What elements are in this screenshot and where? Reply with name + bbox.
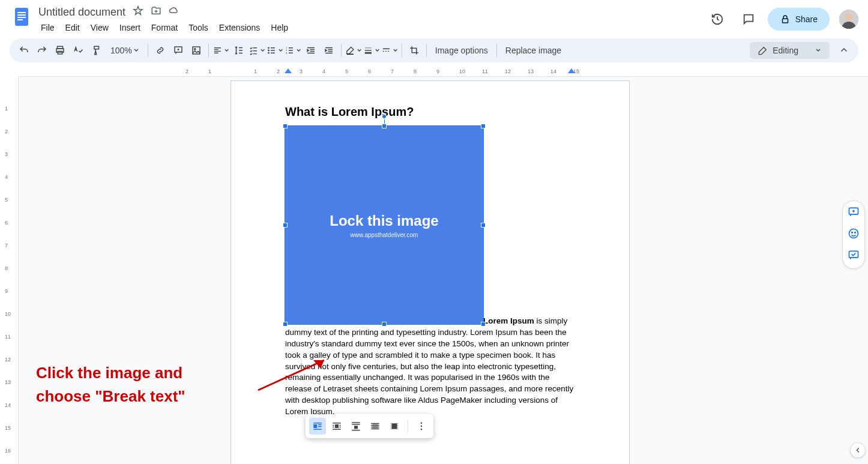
star-icon[interactable] [133, 5, 143, 19]
align-dropdown[interactable] [212, 42, 229, 59]
menu-extensions[interactable]: Extensions [214, 20, 265, 35]
svg-rect-36 [352, 430, 360, 431]
svg-point-13 [194, 49, 195, 50]
paint-format-button[interactable] [88, 42, 104, 59]
menu-file[interactable]: File [36, 20, 59, 35]
pencil-icon [758, 46, 768, 55]
break-text-button[interactable] [348, 418, 364, 435]
svg-rect-37 [373, 424, 378, 429]
svg-rect-12 [193, 47, 200, 54]
menu-edit[interactable]: Edit [61, 20, 85, 35]
numbered-list-dropdown[interactable]: 123 [285, 42, 301, 59]
resize-handle-tm[interactable] [382, 124, 387, 128]
svg-rect-20 [347, 54, 354, 55]
resize-handle-bm[interactable] [382, 322, 387, 327]
increase-indent-button[interactable] [321, 42, 337, 59]
svg-rect-32 [333, 429, 341, 430]
image-options-button[interactable]: Image options [430, 43, 493, 58]
suggest-edits-button[interactable] [848, 249, 860, 264]
add-emoji-button[interactable] [848, 227, 860, 242]
title-area: Untitled document File Edit View Insert … [36, 5, 705, 35]
border-dash-dropdown[interactable] [381, 42, 398, 59]
vertical-ruler[interactable]: 12345678910111213141516 [0, 77, 19, 464]
decrease-indent-button[interactable] [303, 42, 319, 59]
menu-format[interactable]: Format [146, 20, 182, 35]
resize-handle-tr[interactable] [481, 124, 486, 128]
insert-comment-button[interactable] [170, 42, 187, 59]
resize-handle-bl[interactable] [283, 322, 288, 327]
svg-point-52 [852, 232, 853, 234]
svg-point-53 [855, 232, 856, 234]
insert-image-button[interactable] [188, 42, 205, 59]
document-page[interactable]: What is Lorem Ipsum? Lock this image www… [231, 80, 630, 464]
body-paragraph[interactable]: Lorem Ipsum is simply dummy text of the … [285, 316, 575, 418]
resize-handle-tl[interactable] [283, 124, 288, 128]
svg-rect-35 [354, 426, 358, 429]
svg-rect-34 [352, 424, 360, 425]
docs-logo[interactable] [10, 5, 34, 29]
svg-point-7 [845, 13, 852, 20]
heading[interactable]: What is Lorem Ipsum? [285, 105, 575, 119]
collapse-toolbar-button[interactable] [836, 42, 852, 59]
doc-title[interactable]: Untitled document [36, 5, 128, 20]
share-button[interactable]: Share [768, 8, 830, 31]
border-weight-dropdown[interactable] [363, 42, 380, 59]
svg-point-49 [421, 429, 423, 430]
cloud-status-icon[interactable] [169, 5, 179, 19]
add-comment-button[interactable] [848, 206, 860, 220]
editing-mode-dropdown[interactable]: Editing [750, 42, 830, 59]
print-button[interactable] [52, 42, 68, 59]
move-icon[interactable] [151, 5, 161, 19]
svg-rect-25 [313, 429, 322, 430]
resize-handle-mr[interactable] [481, 223, 486, 227]
spellcheck-button[interactable] [70, 42, 86, 59]
svg-text:3: 3 [286, 52, 288, 55]
svg-rect-3 [17, 17, 26, 18]
history-icon[interactable] [705, 7, 729, 31]
image-wrap-toolbar [306, 414, 433, 438]
rotation-handle[interactable] [382, 114, 387, 119]
insert-link-button[interactable] [152, 42, 169, 59]
svg-rect-38 [371, 423, 379, 424]
selected-image[interactable]: Lock this image www.appsthatdeliver.com [285, 126, 483, 324]
comment-side-pill [842, 200, 865, 269]
account-avatar[interactable] [839, 10, 858, 29]
svg-rect-30 [333, 427, 334, 428]
in-front-text-button[interactable] [386, 418, 403, 435]
comments-icon[interactable] [737, 7, 761, 31]
menu-insert[interactable]: Insert [115, 20, 145, 35]
border-color-dropdown[interactable] [345, 42, 362, 59]
svg-rect-54 [849, 251, 858, 258]
crop-button[interactable] [406, 42, 423, 59]
wrap-inline-button[interactable] [309, 418, 326, 435]
svg-rect-5 [782, 19, 788, 23]
svg-point-47 [421, 422, 423, 424]
horizontal-ruler[interactable]: 21123456789101112131415 [19, 67, 868, 77]
resize-handle-ml[interactable] [283, 223, 288, 227]
explore-button[interactable] [850, 442, 866, 458]
zoom-dropdown[interactable]: 100% [106, 43, 144, 58]
toolbar: 100% 123 Image options Replace image Edi… [10, 38, 858, 62]
menu-view[interactable]: View [86, 20, 113, 35]
svg-point-48 [421, 426, 423, 427]
svg-rect-24 [318, 426, 322, 427]
wrap-more-button[interactable] [413, 418, 430, 435]
svg-rect-22 [313, 424, 317, 428]
svg-rect-1 [17, 12, 26, 13]
undo-button[interactable] [16, 42, 32, 59]
svg-rect-33 [352, 422, 360, 423]
replace-image-dropdown[interactable]: Replace image [501, 43, 566, 58]
redo-button[interactable] [34, 42, 50, 59]
wrap-text-button[interactable] [328, 418, 345, 435]
resize-handle-br[interactable] [481, 322, 486, 327]
svg-rect-46 [392, 424, 397, 429]
menu-tools[interactable]: Tools [184, 20, 213, 35]
menu-help[interactable]: Help [266, 20, 293, 35]
behind-text-button[interactable] [367, 418, 384, 435]
first-line-indent-marker[interactable] [285, 68, 292, 76]
checklist-dropdown[interactable] [249, 42, 265, 59]
svg-rect-23 [318, 424, 322, 426]
bullet-list-dropdown[interactable] [267, 42, 283, 59]
line-spacing-dropdown[interactable] [231, 42, 247, 59]
svg-rect-4 [17, 19, 23, 20]
